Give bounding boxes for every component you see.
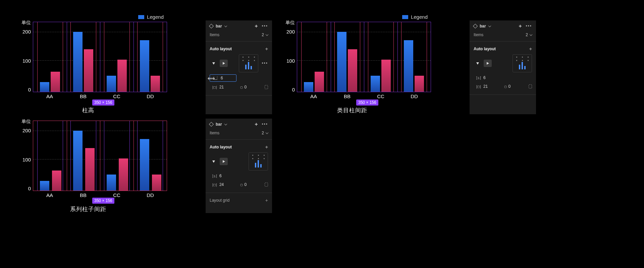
- y-axis-title: 单位: [21, 119, 31, 125]
- bar-blue: [73, 131, 83, 191]
- chart-caption: 类目柱间距: [273, 107, 431, 114]
- horizontal-gap-input[interactable]: ]ı[ 6: [474, 74, 500, 81]
- more-icon[interactable]: •••: [262, 122, 268, 127]
- bar-blue: [337, 32, 346, 92]
- bar-blue: [371, 76, 380, 92]
- ai-icon[interactable]: [254, 122, 258, 126]
- vertical-gap-input[interactable]: |□| 21: [474, 83, 497, 90]
- auto-layout-label: Auto layout: [210, 47, 232, 51]
- chevron-down-icon[interactable]: [224, 123, 227, 125]
- direction-horizontal-button[interactable]: [220, 60, 228, 67]
- padding-icon: ▢: [240, 85, 243, 89]
- items-value[interactable]: 2: [262, 32, 268, 37]
- add-icon[interactable]: +: [265, 46, 268, 52]
- v-gap-icon: |□|: [212, 85, 217, 89]
- alignment-grid[interactable]: [513, 54, 532, 72]
- chart-caption: 系列柱子间距: [9, 205, 167, 213]
- inspector-panel: bar ••• Items 2 Auto layout +: [206, 119, 272, 213]
- chart-panel-2: Legend 单位 200 100 0: [273, 12, 431, 114]
- component-icon: [209, 24, 214, 28]
- bar-blue: [40, 82, 49, 92]
- bar-pink: [119, 158, 128, 191]
- bar-pink: [117, 60, 127, 92]
- component-name[interactable]: bar: [480, 24, 486, 28]
- chevron-down-icon[interactable]: [266, 131, 268, 134]
- chart-panel-1: Legend 单位 200 100 0: [9, 12, 167, 114]
- y-tick: 0: [28, 86, 31, 92]
- y-axis-title: 单位: [285, 20, 295, 26]
- v-gap-icon: |□|: [212, 183, 217, 187]
- auto-layout-label: Auto layout: [210, 145, 232, 149]
- padding-input[interactable]: ▢ 0: [238, 181, 262, 188]
- x-tick: CC: [100, 191, 133, 198]
- more-icon[interactable]: •••: [262, 61, 268, 66]
- expand-padding-icon[interactable]: [265, 183, 268, 187]
- bar-pink: [52, 171, 61, 191]
- component-icon: [473, 24, 478, 28]
- chart-legend: Legend: [9, 12, 167, 22]
- dimension-badge: 350 × 156: [356, 99, 378, 106]
- padding-input[interactable]: ▢ 0: [502, 83, 526, 90]
- y-tick: 100: [22, 58, 31, 63]
- h-gap-icon: ]ı[: [476, 76, 481, 80]
- direction-vertical-button[interactable]: [210, 158, 218, 165]
- layout-grid-label[interactable]: Layout grid: [210, 198, 229, 203]
- chevron-down-icon[interactable]: [224, 24, 227, 27]
- items-label: Items: [210, 131, 219, 135]
- x-tick: CC: [100, 92, 133, 99]
- component-name[interactable]: bar: [216, 122, 222, 127]
- ai-icon[interactable]: [518, 24, 522, 28]
- x-axis: AA BB CC DD: [33, 92, 167, 99]
- y-tick: 200: [286, 29, 295, 35]
- items-label: Items: [474, 32, 483, 37]
- bar-blue: [404, 40, 413, 92]
- bar-blue: [40, 181, 49, 191]
- y-tick: 200: [22, 29, 31, 35]
- chart-plot: [33, 22, 167, 92]
- inspector-panel: bar ••• Items 2 Auto layout +: [206, 20, 272, 114]
- ai-icon[interactable]: [254, 24, 258, 28]
- direction-vertical-button[interactable]: [474, 60, 482, 67]
- chevron-down-icon[interactable]: [530, 33, 532, 36]
- legend-label: Legend: [147, 14, 164, 20]
- bar-blue: [304, 82, 313, 92]
- more-icon[interactable]: •••: [526, 24, 532, 28]
- chart-plot: [297, 22, 431, 92]
- y-tick: 0: [28, 185, 31, 191]
- direction-horizontal-button[interactable]: [484, 60, 492, 67]
- legend-swatch: [402, 15, 408, 19]
- bar-pink: [151, 76, 160, 92]
- expand-padding-icon[interactable]: [265, 85, 268, 89]
- add-icon[interactable]: +: [529, 46, 532, 52]
- expand-padding-icon[interactable]: [529, 84, 532, 88]
- chevron-down-icon[interactable]: [488, 24, 491, 27]
- v-gap-icon: |□|: [476, 84, 481, 89]
- chevron-down-icon[interactable]: [266, 33, 268, 36]
- add-icon[interactable]: +: [265, 198, 268, 203]
- vertical-gap-input[interactable]: |□| 24: [210, 181, 233, 188]
- legend-label: Legend: [411, 14, 428, 20]
- direction-horizontal-button[interactable]: [220, 158, 228, 165]
- component-name[interactable]: bar: [216, 24, 222, 28]
- padding-input[interactable]: ▢ 0: [238, 84, 262, 90]
- items-value[interactable]: 2: [262, 131, 268, 135]
- chart-legend: Legend: [273, 12, 431, 22]
- x-tick: DD: [397, 92, 431, 99]
- add-icon[interactable]: +: [265, 144, 268, 150]
- alignment-grid[interactable]: [249, 152, 268, 171]
- bar-pink: [315, 72, 324, 92]
- items-value[interactable]: 2: [526, 32, 532, 37]
- chart-caption: 柱高: [9, 107, 167, 114]
- horizontal-gap-input[interactable]: ]ı[ 6: [210, 173, 236, 179]
- y-tick: 200: [22, 128, 31, 133]
- x-tick: CC: [364, 92, 397, 99]
- vertical-gap-input[interactable]: |□| 21: [210, 84, 233, 90]
- more-icon[interactable]: •••: [262, 24, 268, 28]
- x-axis: AA BB CC DD: [33, 191, 167, 198]
- alignment-grid[interactable]: [239, 54, 258, 72]
- x-tick: BB: [330, 92, 364, 99]
- chart-plot: [33, 121, 167, 191]
- x-tick: DD: [133, 191, 167, 198]
- direction-vertical-button[interactable]: [210, 60, 218, 67]
- dimension-badge: 350 × 156: [92, 198, 114, 204]
